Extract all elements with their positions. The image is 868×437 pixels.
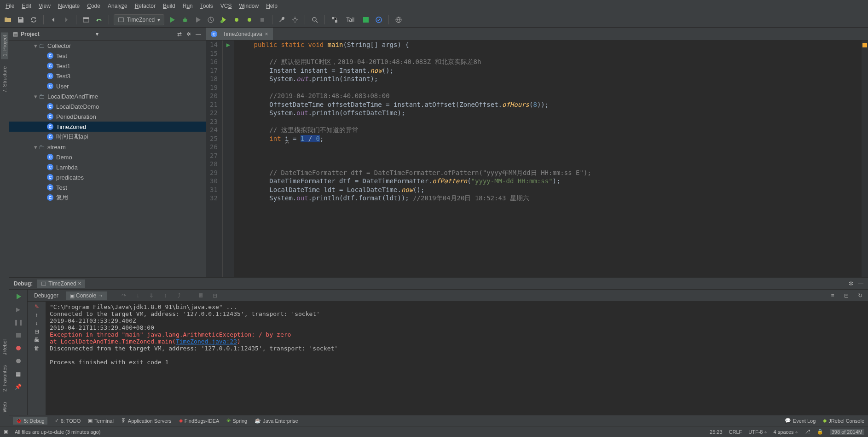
tree-item-test[interactable]: CTest	[9, 182, 206, 192]
resume-icon[interactable]: ▶	[13, 304, 23, 315]
tree-item-lambda[interactable]: CLambda	[9, 162, 206, 172]
pause-icon[interactable]: ❚❚	[13, 317, 23, 327]
step-over-icon[interactable]: ↷	[119, 291, 129, 301]
tab-project[interactable]: 1: Project	[1, 32, 8, 59]
memory-indicator[interactable]: 398 of 2014M	[830, 429, 864, 435]
tree-item-localdateandtime[interactable]: ▾🗀LocalDateAndTime	[9, 91, 206, 101]
tree-item-test[interactable]: CTest	[9, 51, 206, 61]
settings-icon[interactable]	[290, 15, 300, 25]
tab-structure[interactable]: 7: Structure	[1, 64, 8, 95]
encoding[interactable]: UTF-8 ÷	[748, 429, 767, 435]
tab-web[interactable]: Web	[1, 399, 8, 415]
gear-icon[interactable]: ✲	[849, 280, 853, 287]
console-output[interactable]: "C:\Program Files\Java\jdk1.8.0_91\bin\j…	[46, 302, 868, 415]
profile-icon[interactable]	[206, 15, 216, 25]
forward-icon[interactable]	[61, 15, 71, 25]
menu-build[interactable]: Build	[159, 2, 179, 10]
menu-view[interactable]: View	[35, 2, 54, 10]
tab-jrebel[interactable]: JRebel	[1, 337, 8, 358]
tree-item-demo[interactable]: CDemo	[9, 152, 206, 162]
menu-refactor[interactable]: Refactor	[131, 2, 159, 10]
up-icon[interactable]: ↑	[35, 312, 38, 318]
clear-icon[interactable]: 🗑	[34, 345, 40, 351]
btab-javaee[interactable]: ☕ Java Enterprise	[255, 418, 298, 424]
print-icon[interactable]: 🖶	[34, 337, 40, 343]
tree-item-predicates[interactable]: Cpredicates	[9, 172, 206, 182]
minimize-icon[interactable]: —	[195, 30, 202, 38]
btab-jrebel[interactable]: ◆ JRebel Console	[823, 418, 864, 424]
open-icon[interactable]	[3, 15, 13, 25]
sync-icon[interactable]	[29, 15, 39, 25]
step-into-icon[interactable]: ↓	[133, 291, 143, 301]
btab-todo[interactable]: ✓ 6: TODO	[55, 418, 81, 424]
search-icon[interactable]	[310, 15, 320, 25]
close-icon[interactable]: ×	[78, 280, 81, 287]
diagram-icon[interactable]	[330, 15, 340, 25]
tree-item-时间日期api[interactable]: C时间日期api	[9, 132, 206, 142]
mute-breakpoints-icon[interactable]	[13, 356, 23, 366]
drop-frame-icon[interactable]: ⤴	[174, 291, 184, 301]
evaluate-icon[interactable]: 🖩	[196, 291, 206, 301]
trace-icon[interactable]: ⊟	[210, 291, 220, 301]
down-icon[interactable]: ↓	[35, 320, 38, 326]
menu-window[interactable]: Window	[235, 2, 262, 10]
collapse-icon[interactable]: ⇄	[176, 30, 183, 38]
jr-icon[interactable]	[361, 15, 371, 25]
view-breakpoints-icon[interactable]	[13, 343, 23, 353]
tab-console[interactable]: ▣ Console →	[66, 291, 107, 300]
gear-icon[interactable]: ✲	[185, 30, 192, 38]
btab-findbugs[interactable]: ◆ FindBugs-IDEA	[179, 418, 220, 424]
btab-spring[interactable]: ❀ Spring	[226, 418, 247, 424]
git-branch-icon[interactable]: ⎇	[804, 429, 810, 435]
pin-icon[interactable]: 📌	[13, 382, 23, 392]
tab-debugger[interactable]: Debugger	[30, 291, 62, 300]
menu-vcs[interactable]: VCS	[217, 2, 236, 10]
jrebel-debug-icon[interactable]	[231, 15, 242, 25]
globe-icon[interactable]	[393, 15, 404, 25]
debug-icon[interactable]	[180, 15, 190, 25]
back-icon[interactable]	[48, 15, 58, 25]
softwrap-icon[interactable]: ≡	[827, 291, 838, 301]
run-coverage-icon[interactable]	[193, 15, 203, 25]
tree-item-user[interactable]: CUser	[9, 81, 206, 91]
jrebel-x-icon[interactable]	[244, 15, 255, 25]
softwrap-icon[interactable]: ⊟	[35, 328, 39, 335]
restore-icon[interactable]: ↻	[855, 291, 865, 301]
menu-run[interactable]: Run	[179, 2, 197, 10]
lock-icon[interactable]: 🔒	[817, 429, 823, 435]
layout-icon[interactable]: ▦	[13, 369, 23, 379]
tree-item-localdatedemo[interactable]: CLocalDateDemo	[9, 101, 206, 111]
force-step-icon[interactable]: ⇓	[146, 291, 156, 301]
tree-item-collector[interactable]: ▾🗀Collector	[9, 41, 206, 51]
btab-appservers[interactable]: 🗄 Application Servers	[121, 418, 172, 424]
warning-marker[interactable]	[862, 43, 867, 47]
menu-analyze[interactable]: Analyze	[104, 2, 131, 10]
tail-button[interactable]: Tail	[342, 16, 358, 24]
undo-icon[interactable]	[94, 15, 104, 25]
wrench-icon[interactable]	[277, 15, 287, 25]
save-icon[interactable]	[16, 15, 26, 25]
check-icon[interactable]	[374, 15, 384, 25]
window-icon[interactable]	[81, 15, 91, 25]
tab-favorites[interactable]: 2: Favorites	[1, 362, 8, 394]
menu-help[interactable]: Help	[262, 2, 281, 10]
menu-navigate[interactable]: Navigate	[54, 2, 83, 10]
jrebel-run-icon[interactable]	[219, 15, 229, 25]
stop-icon[interactable]	[13, 330, 23, 340]
run-config-selector[interactable]: TimeZoned ▾	[114, 14, 164, 25]
menu-edit[interactable]: Edit	[18, 2, 35, 10]
btab-eventlog[interactable]: 💬 Event Log	[785, 418, 816, 424]
rerun-icon[interactable]	[13, 291, 23, 302]
debug-config-tab[interactable]: TimeZoned ×	[37, 280, 85, 288]
cursor-position[interactable]: 25:23	[710, 429, 723, 435]
status-icon[interactable]: ▣	[4, 429, 8, 435]
menu-code[interactable]: Code	[83, 2, 104, 10]
menu-tools[interactable]: Tools	[197, 2, 217, 10]
tree-item-test3[interactable]: CTest3	[9, 71, 206, 81]
stop-icon[interactable]	[257, 15, 267, 25]
btab-debug[interactable]: 🐞 5: Debug	[13, 417, 47, 425]
tree-item-timezoned[interactable]: CTimeZoned	[9, 122, 206, 132]
menu-file[interactable]: File	[2, 2, 18, 10]
run-icon[interactable]	[167, 15, 177, 25]
edit-icon[interactable]: ✎	[35, 303, 39, 310]
